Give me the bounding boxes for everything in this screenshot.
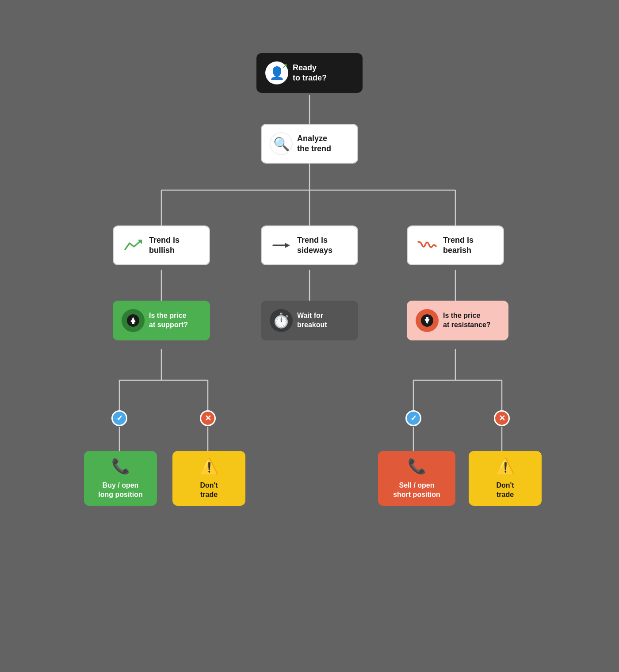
- dont-trade-1-node: ⚠️ Don't trade: [172, 451, 245, 506]
- wait-label: Wait for breakout: [297, 311, 327, 330]
- sell-icon: 📞: [408, 457, 426, 475]
- dont-trade-2-node: ⚠️ Don't trade: [469, 451, 542, 506]
- buy-long-node: 📞 Buy / open long position: [84, 451, 157, 506]
- warning-icon-2: ⚠️: [496, 457, 515, 475]
- flowchart: 👤 ↗ Ready to trade? 🔍 Analyze the trend …: [66, 27, 553, 645]
- bullish-label: Trend is bullish: [149, 235, 180, 256]
- resistance-icon: [416, 309, 439, 332]
- resistance-node: Is the price at resistance?: [407, 301, 508, 340]
- sideways-label: Trend is sideways: [297, 235, 332, 256]
- svg-rect-26: [132, 322, 134, 324]
- support-label: Is the price at support?: [149, 311, 188, 330]
- svg-rect-29: [426, 317, 428, 319]
- warning-icon-1: ⚠️: [200, 457, 218, 475]
- sell-short-node: 📞 Sell / open short position: [378, 451, 455, 506]
- bullish-node: Trend is bullish: [113, 225, 210, 265]
- resistance-label: Is the price at resistance?: [443, 311, 491, 330]
- bullish-icon: [122, 234, 145, 257]
- ready-icon: 👤 ↗: [265, 61, 288, 84]
- buy-label: Buy / open long position: [98, 481, 142, 500]
- bearish-node: Trend is bearish: [407, 225, 504, 265]
- ready-to-trade-node: 👤 ↗ Ready to trade?: [256, 53, 363, 93]
- resistance-yes-badge: ✓: [405, 410, 421, 426]
- wait-icon: ⏱️: [270, 309, 293, 332]
- analyze-label: Analyze the trend: [297, 134, 331, 154]
- support-node: Is the price at support?: [113, 301, 210, 340]
- resistance-no-badge: ✕: [494, 410, 510, 426]
- svg-marker-23: [285, 243, 290, 248]
- support-yes-badge: ✓: [111, 410, 127, 426]
- bearish-label: Trend is bearish: [443, 235, 474, 256]
- sideways-node: Trend is sideways: [261, 225, 358, 265]
- dont-trade-1-label: Don't trade: [200, 481, 218, 500]
- wait-breakout-node: ⏱️ Wait for breakout: [261, 301, 358, 340]
- analyze-trend-node: 🔍 Analyze the trend: [261, 124, 358, 164]
- buy-icon: 📞: [111, 457, 130, 475]
- support-icon: [122, 309, 145, 332]
- dont-trade-2-label: Don't trade: [496, 481, 514, 500]
- sell-label: Sell / open short position: [393, 481, 440, 500]
- analyze-icon: 🔍: [270, 132, 293, 155]
- bearish-icon: [416, 234, 439, 257]
- support-no-badge: ✕: [200, 410, 216, 426]
- ready-label: Ready to trade?: [293, 63, 327, 84]
- sideways-icon: [270, 234, 293, 257]
